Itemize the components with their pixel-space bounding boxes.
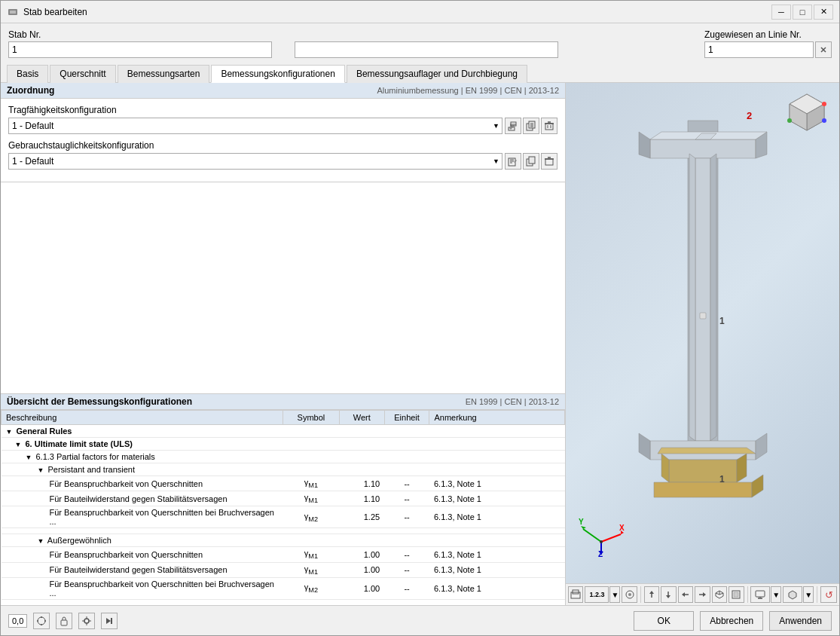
row-label: ▼ Persistant and transient xyxy=(2,463,283,476)
row-anmerkung xyxy=(429,463,565,476)
tab-bemessungsarten[interactable]: Bemessungsarten xyxy=(118,65,210,83)
window-title: Stab bearbeiten xyxy=(23,7,87,17)
svg-point-61 xyxy=(822,102,826,106)
row-wert xyxy=(339,534,384,547)
svg-marker-97 xyxy=(106,618,111,624)
lock-btn[interactable] xyxy=(56,613,72,629)
svg-marker-48 xyxy=(581,526,586,529)
snap-btn[interactable] xyxy=(33,613,50,629)
svg-rect-91 xyxy=(61,620,67,625)
row-wert xyxy=(339,425,384,438)
tab-querschnitt[interactable]: Querschnitt xyxy=(50,65,115,83)
row-einheit: -- xyxy=(384,577,429,599)
anwenden-button[interactable]: Anwenden xyxy=(769,611,832,631)
row-wert: 1.10 xyxy=(339,491,384,506)
separator1 xyxy=(640,586,641,603)
copy-icon xyxy=(526,121,536,131)
gebrauch-select[interactable]: 1 - Default xyxy=(8,153,502,170)
overview-title: Übersicht der Bemessungskonfigurationen xyxy=(7,396,192,407)
view-left-btn[interactable] xyxy=(678,586,693,603)
refresh-btn[interactable]: ↺ xyxy=(820,586,837,603)
tragfaehigkeit-label: Tragfähigkeitskonfiguration xyxy=(8,105,557,115)
display-btn[interactable] xyxy=(750,586,770,603)
row-label: Für Beanspruchbarkeit von Querschnitten … xyxy=(2,506,283,528)
linie-clear-button[interactable] xyxy=(815,41,832,58)
stab-input[interactable] xyxy=(8,41,272,58)
table-row[interactable]: Für Bauteilwiderstand gegen Stabilitätsv… xyxy=(2,562,565,577)
tabs: Basis Querschnitt Bemessungsarten Bemess… xyxy=(1,64,839,83)
view-options-btn[interactable] xyxy=(78,613,95,629)
gebrauch-copy-btn[interactable] xyxy=(523,153,539,170)
stab-input-group xyxy=(8,41,287,58)
gebrauch-delete-btn[interactable] xyxy=(541,153,557,170)
svg-marker-30 xyxy=(650,139,756,158)
table-header-row: Beschreibung Symbol Wert Einheit Anmerku… xyxy=(2,411,565,425)
table-row[interactable]: ▼ 6. Ultimate limit state (ULS) xyxy=(2,438,565,451)
svg-point-67 xyxy=(628,593,631,596)
table-row[interactable]: ▼ 6.1.3 Partial factors for materials xyxy=(2,451,565,463)
ok-button[interactable]: OK xyxy=(634,611,694,631)
render-btn[interactable] xyxy=(622,586,637,603)
display-dropdown-btn[interactable]: ▼ xyxy=(771,586,781,603)
close-button[interactable]: ✕ xyxy=(814,5,833,20)
numbering-dropdown-btn[interactable]: ▼ xyxy=(609,586,620,603)
linie-input[interactable] xyxy=(704,41,814,58)
view-down-btn[interactable] xyxy=(661,586,676,603)
model-view-btn[interactable] xyxy=(783,586,802,603)
tragfaehigkeit-copy-btn[interactable] xyxy=(523,118,539,134)
view-front-btn[interactable] xyxy=(729,586,744,603)
gebrauch-row: Gebrauchstauglichkeitskonfiguration 1 - … xyxy=(8,140,557,170)
numbering-btn[interactable]: 1.2.3 xyxy=(585,586,609,603)
svg-line-47 xyxy=(583,529,601,542)
separator3 xyxy=(817,586,817,603)
table-row[interactable]: Für Bauteilwiderstand gegen Stabilitätsv… xyxy=(2,491,565,506)
table-row[interactable]: Für Beanspruchbarkeit von Querschnitten … xyxy=(2,506,565,528)
table-row[interactable]: Für Beanspruchbarkeit von Querschnitten … xyxy=(2,476,565,491)
row-symbol: γM1 xyxy=(283,562,340,577)
table-row[interactable]: ▼ Außergewöhnlich xyxy=(2,534,565,547)
svg-rect-14 xyxy=(545,124,553,130)
svg-rect-26 xyxy=(545,159,553,165)
table-row[interactable]: ▼ Persistant and transient xyxy=(2,463,565,476)
row-label: ▼ 6.1.3 Partial factors for materials xyxy=(2,451,283,463)
top-fields: Stab Nr. Zugewiesen an Linie Nr. xyxy=(1,23,839,64)
tragfaehigkeit-delete-btn[interactable] xyxy=(541,118,557,134)
minimize-button[interactable]: ─ xyxy=(771,5,791,20)
maximize-button[interactable]: □ xyxy=(793,5,812,20)
view-up-btn[interactable] xyxy=(644,586,659,603)
stab-field-container: Stab Nr. xyxy=(8,29,287,58)
row-einheit: -- xyxy=(384,476,429,491)
tragfaehigkeit-select[interactable]: 1 - Default xyxy=(8,118,502,134)
table-spacer-row xyxy=(2,599,565,605)
tab-bemessungskonfigurationen[interactable]: Bemessungskonfigurationen xyxy=(211,65,344,83)
cube-widget[interactable] xyxy=(787,90,828,132)
tab-bemessungsauflager[interactable]: Bemessungsauflager und Durchbiegung xyxy=(347,65,527,83)
svg-text:Y: Y xyxy=(579,518,584,526)
view-iso-btn[interactable] xyxy=(712,586,727,603)
table-row[interactable]: ▼ General Rules xyxy=(2,425,565,438)
view-right-btn[interactable] xyxy=(695,586,710,603)
gebrauch-edit-btn[interactable] xyxy=(505,153,521,170)
arrow-tools-btn[interactable] xyxy=(101,613,118,629)
row-anmerkung xyxy=(429,438,565,451)
view-home-btn[interactable] xyxy=(568,586,583,603)
tragfaehigkeit-edit-btn[interactable] xyxy=(505,118,521,134)
row-symbol xyxy=(283,438,340,451)
row-wert: 1.25 xyxy=(339,506,384,528)
row-symbol: γM1 xyxy=(283,476,340,491)
node1-label: 1 xyxy=(719,474,725,485)
linie-input-group xyxy=(704,41,832,58)
row-label: ▼ General Rules xyxy=(2,425,283,438)
table-row[interactable]: Für Beanspruchbarkeit von Querschnitten … xyxy=(2,577,565,599)
table-row[interactable]: Für Beanspruchbarkeit von Querschnitten … xyxy=(2,547,565,562)
abbrechen-button[interactable]: Abbrechen xyxy=(700,611,763,631)
tab-basis[interactable]: Basis xyxy=(7,65,48,83)
axis-svg: Y X Z xyxy=(577,508,626,557)
config-table: Beschreibung Symbol Wert Einheit Anmerku… xyxy=(1,410,565,605)
stab-label: Stab Nr. xyxy=(8,29,287,40)
empty-input[interactable] xyxy=(295,41,558,58)
row-label: ▼ Außergewöhnlich xyxy=(2,534,283,547)
svg-point-63 xyxy=(822,118,826,123)
svg-marker-34 xyxy=(710,154,716,441)
model-dropdown-btn[interactable]: ▼ xyxy=(803,586,814,603)
